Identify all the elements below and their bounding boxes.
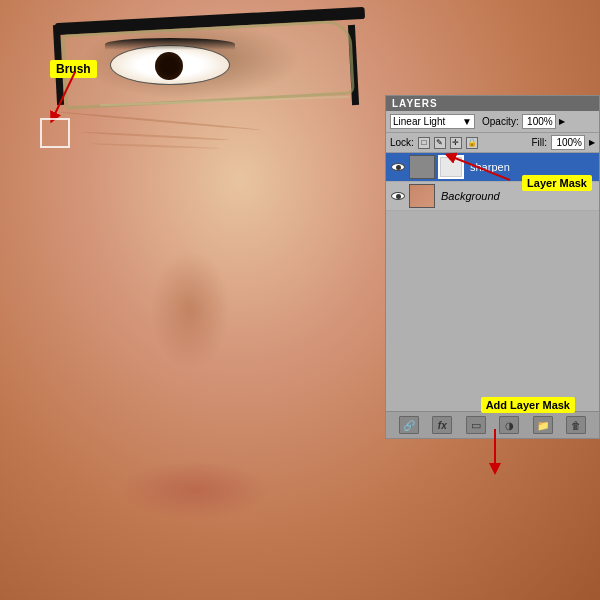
layers-title: LAYERS <box>392 98 438 109</box>
lock-label: Lock: <box>390 137 414 148</box>
lock-brush-icon[interactable]: ✎ <box>434 137 446 149</box>
visibility-icon-sharpen[interactable] <box>390 161 406 173</box>
add-mask-arrow-svg <box>465 427 525 477</box>
blend-mode-dropdown[interactable]: Linear Light ▼ <box>390 114 475 129</box>
layers-panel-header: LAYERS <box>386 96 599 111</box>
opacity-label: Opacity: <box>482 116 519 127</box>
fill-input[interactable]: 100% <box>551 135 585 150</box>
layer-mask-annotation: Layer Mask <box>522 175 592 191</box>
link-layers-button[interactable]: 🔗 <box>399 416 419 434</box>
lock-all-icon[interactable]: 🔒 <box>466 137 478 149</box>
layer-thumb-sharpen <box>409 155 435 179</box>
blend-mode-value: Linear Light <box>393 116 445 127</box>
lock-move-icon[interactable]: ✛ <box>450 137 462 149</box>
blend-opacity-row: Linear Light ▼ Opacity: 100% ▶ <box>386 111 599 133</box>
visibility-icon-background[interactable] <box>390 190 406 202</box>
fill-arrow: ▶ <box>589 138 595 147</box>
lock-transparent-icon[interactable]: □ <box>418 137 430 149</box>
brush-circle <box>40 118 70 148</box>
opacity-arrow: ▶ <box>559 117 565 126</box>
new-group-button[interactable]: 📁 <box>533 416 553 434</box>
blend-mode-chevron[interactable]: ▼ <box>462 116 472 127</box>
layers-body: sharpen Background <box>386 153 599 411</box>
delete-layer-button[interactable]: 🗑 <box>566 416 586 434</box>
layers-panel: LAYERS Linear Light ▼ Opacity: 100% ▶ Lo… <box>385 95 600 439</box>
fx-button[interactable]: fx <box>432 416 452 434</box>
opacity-input[interactable]: 100% <box>522 114 556 129</box>
svg-line-0 <box>53 72 75 118</box>
layer-name-background: Background <box>441 190 500 202</box>
svg-line-1 <box>450 156 510 180</box>
layer-mask-arrow-svg <box>440 148 520 188</box>
add-layer-mask-annotation: Add Layer Mask <box>481 397 575 413</box>
fill-label: Fill: <box>531 137 547 148</box>
layer-thumb-background <box>409 184 435 208</box>
layers-empty-area <box>386 211 599 411</box>
